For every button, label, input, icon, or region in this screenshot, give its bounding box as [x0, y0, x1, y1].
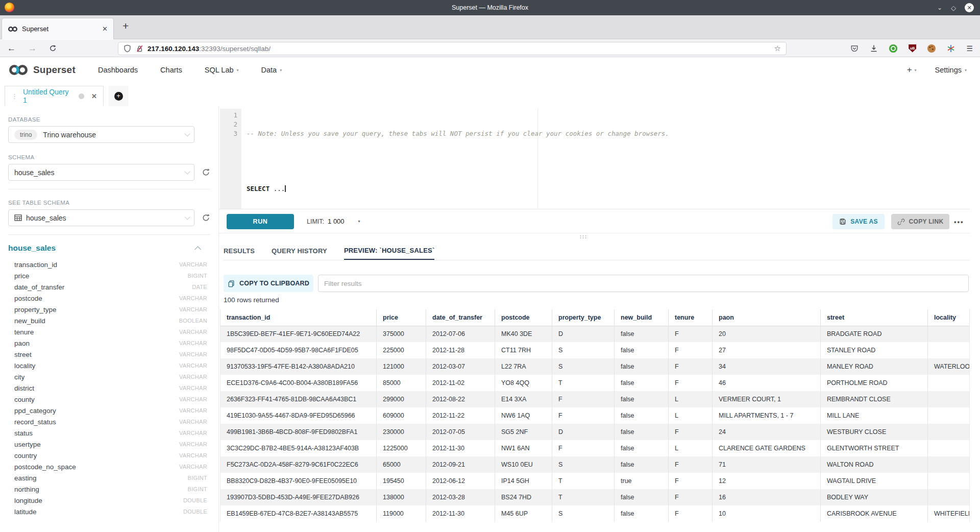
table-cell: 16 — [713, 489, 821, 505]
cookie-icon[interactable] — [927, 44, 936, 53]
column-header[interactable]: postcode — [495, 309, 552, 326]
nav-item-sql-lab[interactable]: SQL Lab▾ — [205, 66, 239, 74]
table-cell — [928, 456, 970, 473]
floppy-disk-icon — [839, 218, 846, 225]
column-header[interactable]: new_build — [615, 309, 669, 326]
nav-item-dashboards[interactable]: Dashboards — [98, 66, 138, 74]
results-table-header: transaction_idpricedate_of_transferpostc… — [220, 309, 970, 326]
drag-handle-icon[interactable]: ⋮ — [11, 92, 18, 100]
tab-close-icon[interactable]: ✕ — [102, 25, 108, 33]
refresh-schema-button[interactable] — [202, 168, 210, 177]
table-cell: EB1459EB-67ED-47C8-B2E7-A38143AB5575 — [220, 505, 377, 522]
table-cell: 1225000 — [377, 440, 426, 456]
add-menu-button[interactable]: +▾ — [907, 65, 917, 75]
window-close-icon[interactable]: ✕ — [965, 3, 974, 12]
column-header[interactable]: property_type — [552, 309, 615, 326]
column-header[interactable]: price — [377, 309, 426, 326]
url-bar[interactable]: 217.160.120.143:32393/superset/sqllab/ ☆ — [118, 42, 787, 55]
column-header[interactable]: date_of_transfer — [426, 309, 495, 326]
extension-green-icon[interactable] — [889, 44, 897, 53]
sql-editor[interactable]: 123 -- Note: Unless you save your query,… — [219, 109, 970, 209]
query-tab-active[interactable]: ⋮ Untitled Query 1 ✕ — [5, 86, 104, 106]
save-as-button[interactable]: SAVE AS — [832, 214, 885, 229]
table-cell: ECE1D376-C9A6-4C00-B004-A380B189FA56 — [220, 375, 377, 391]
unsaved-indicator-dot — [79, 93, 84, 99]
schema-column-row: postcode_no_spaceVARCHAR — [8, 461, 207, 472]
settings-menu[interactable]: Settings▾ — [935, 66, 967, 74]
column-type: VARCHAR — [179, 419, 207, 425]
limit-label: LIMIT: — [307, 218, 324, 225]
download-icon[interactable] — [870, 44, 878, 53]
table-cell: S — [552, 342, 615, 358]
back-button[interactable]: ← — [7, 43, 16, 54]
brand-name[interactable]: Superset — [33, 64, 76, 76]
run-button[interactable]: RUN — [227, 214, 294, 229]
table-cell: YO8 4QQ — [495, 375, 552, 391]
schema-column-row: districtVARCHAR — [8, 382, 207, 394]
window-maximize-icon[interactable]: ◇ — [951, 4, 956, 12]
table-cell: 230000 — [377, 424, 426, 440]
new-query-tab-button[interactable]: + — [109, 86, 128, 106]
schema-column-row: usertypeVARCHAR — [8, 439, 207, 450]
table-cell: 609000 — [377, 407, 426, 424]
chevron-down-icon — [184, 131, 190, 136]
schema-select[interactable]: house_sales — [8, 164, 194, 181]
query-tab-close-icon[interactable]: ✕ — [91, 92, 97, 100]
copy-link-button[interactable]: COPY LINK — [891, 214, 949, 229]
table-cell: 2636F323-FF41-4765-81DB-98CAA6A43BC1 — [220, 391, 377, 407]
table-cell: 20 — [713, 326, 821, 342]
schema-column-row: localityVARCHAR — [8, 360, 207, 371]
nav-item-data[interactable]: Data▾ — [261, 66, 282, 74]
filter-results-input[interactable] — [318, 275, 969, 292]
pane-resize-grip[interactable] — [579, 235, 588, 239]
column-header[interactable]: transaction_id — [220, 309, 377, 326]
reload-icon[interactable] — [49, 44, 57, 52]
column-header[interactable]: paon — [713, 309, 821, 326]
table-cell: F — [669, 505, 713, 522]
lock-crossed-icon[interactable] — [136, 45, 143, 53]
table-cell: 193907D3-5DBD-453D-A49E-9FEE27DAB926 — [220, 489, 377, 505]
chevron-down-icon — [184, 214, 190, 220]
column-type: VARCHAR — [179, 464, 207, 470]
more-actions-button[interactable]: ••• — [954, 214, 964, 229]
column-header[interactable]: locality — [928, 309, 970, 326]
column-type: BIGINT — [188, 475, 207, 481]
pocket-icon[interactable] — [850, 44, 859, 53]
limit-dropdown[interactable]: LIMIT: 1 000 ▾ — [307, 209, 360, 233]
browser-tab[interactable]: Superset ✕ — [2, 18, 114, 39]
bookmark-star-icon[interactable]: ☆ — [774, 44, 781, 53]
column-header[interactable]: street — [821, 309, 928, 326]
results-tab-2[interactable]: PREVIEW: `HOUSE_SALES` — [344, 242, 435, 260]
table-cell — [928, 342, 970, 358]
table-select[interactable]: house_sales — [8, 209, 194, 226]
schema-column-row: new_buildBOOLEAN — [8, 315, 207, 326]
refresh-table-button[interactable] — [202, 213, 210, 222]
forward-button[interactable]: → — [28, 43, 37, 54]
table-schema-title[interactable]: house_sales — [8, 244, 56, 253]
results-tab-1[interactable]: QUERY HISTORY — [272, 242, 327, 260]
chevron-up-icon[interactable] — [194, 246, 201, 253]
window-minimize-icon[interactable]: ⌄ — [937, 4, 942, 11]
table-cell: REMBRANDT CLOSE — [821, 391, 928, 407]
extension-asterisk-icon[interactable] — [947, 44, 955, 53]
hamburger-menu-icon[interactable]: ☰ — [966, 44, 973, 53]
database-select[interactable]: trino Trino warehouse — [8, 126, 194, 143]
nav-item-charts[interactable]: Charts — [160, 66, 182, 74]
results-tab-0[interactable]: RESULTS — [224, 242, 255, 260]
shield-icon[interactable] — [124, 44, 131, 53]
copy-to-clipboard-button[interactable]: COPY TO CLIPBOARD — [224, 275, 313, 292]
column-header[interactable]: tenure — [669, 309, 713, 326]
table-cell: BB8320C9-D82B-4B37-90E0-9FEE05095E10 — [220, 473, 377, 489]
table-cell: F — [552, 440, 615, 456]
query-tab-title[interactable]: Untitled Query 1 — [23, 88, 74, 104]
column-name: usertype — [14, 441, 41, 448]
ublock-shield-icon[interactable]: uB — [909, 44, 916, 53]
table-cell: T — [552, 473, 615, 489]
new-tab-button[interactable]: + — [122, 20, 129, 32]
table-cell — [928, 407, 970, 424]
editor-comment-line: -- Note: Unless you save your query, the… — [247, 129, 965, 138]
table-cell: F — [669, 456, 713, 473]
link-icon — [897, 218, 905, 226]
table-cell: 195450 — [377, 473, 426, 489]
superset-logo-icon[interactable] — [8, 64, 29, 76]
